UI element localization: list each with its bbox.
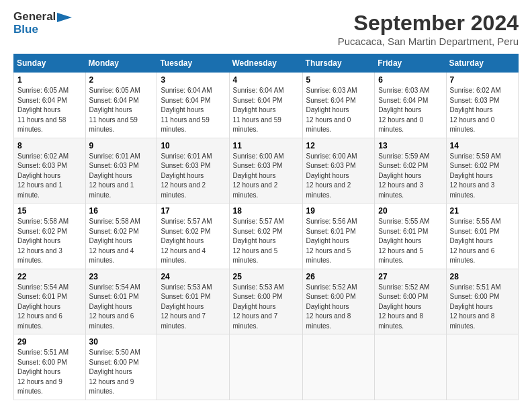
day-info: Sunrise: 5:59 AMSunset: 6:02 PMDaylight … [450, 152, 515, 201]
calendar-cell: 11Sunrise: 6:00 AMSunset: 6:03 PMDayligh… [229, 138, 302, 203]
calendar-week-row: 8Sunrise: 6:02 AMSunset: 6:03 PMDaylight… [14, 138, 519, 203]
day-info: Sunrise: 6:02 AMSunset: 6:03 PMDaylight … [17, 152, 82, 201]
calendar-cell: 19Sunrise: 5:56 AMSunset: 6:01 PMDayligh… [302, 203, 375, 269]
calendar-header-row: SundayMondayTuesdayWednesdayThursdayFrid… [14, 54, 519, 73]
calendar-cell: 9Sunrise: 6:01 AMSunset: 6:03 PMDaylight… [85, 138, 157, 203]
calendar-day-header: Saturday [446, 54, 518, 73]
month-title: September 2024 [338, 11, 519, 36]
day-info: Sunrise: 5:55 AMSunset: 6:01 PMDaylight … [450, 217, 515, 266]
day-number: 17 [161, 206, 225, 216]
day-info: Sunrise: 6:00 AMSunset: 6:03 PMDaylight … [306, 152, 371, 201]
calendar-cell: 1Sunrise: 6:05 AMSunset: 6:04 PMDaylight… [14, 73, 86, 138]
day-number: 24 [161, 272, 225, 281]
calendar-day-header: Friday [375, 54, 446, 73]
calendar-cell: 15Sunrise: 5:58 AMSunset: 6:02 PMDayligh… [14, 203, 86, 269]
calendar-cell: 25Sunrise: 5:53 AMSunset: 6:00 PMDayligh… [229, 269, 302, 334]
day-info: Sunrise: 6:03 AMSunset: 6:04 PMDaylight … [378, 86, 442, 135]
calendar-cell: 2Sunrise: 6:05 AMSunset: 6:04 PMDaylight… [85, 73, 157, 138]
day-info: Sunrise: 5:58 AMSunset: 6:02 PMDaylight … [17, 217, 82, 266]
day-info: Sunrise: 5:52 AMSunset: 6:00 PMDaylight … [378, 283, 442, 332]
calendar-cell: 6Sunrise: 6:03 AMSunset: 6:04 PMDaylight… [375, 73, 446, 138]
calendar-cell: 22Sunrise: 5:54 AMSunset: 6:01 PMDayligh… [14, 269, 86, 334]
calendar-body: 1Sunrise: 6:05 AMSunset: 6:04 PMDaylight… [14, 73, 519, 400]
calendar-cell: 8Sunrise: 6:02 AMSunset: 6:03 PMDaylight… [14, 138, 86, 203]
day-info: Sunrise: 6:00 AMSunset: 6:03 PMDaylight … [233, 152, 299, 201]
day-info: Sunrise: 5:54 AMSunset: 6:01 PMDaylight … [17, 283, 82, 332]
calendar-cell [157, 334, 229, 400]
day-info: Sunrise: 5:57 AMSunset: 6:02 PMDaylight … [161, 217, 225, 266]
calendar-cell: 13Sunrise: 5:59 AMSunset: 6:02 PMDayligh… [375, 138, 446, 203]
calendar-cell [375, 334, 446, 400]
day-info: Sunrise: 5:53 AMSunset: 6:00 PMDaylight … [233, 283, 299, 332]
calendar-cell: 30Sunrise: 5:50 AMSunset: 6:00 PMDayligh… [85, 334, 157, 400]
day-number: 22 [17, 272, 82, 281]
day-info: Sunrise: 5:59 AMSunset: 6:02 PMDaylight … [378, 152, 442, 201]
calendar-cell [446, 334, 518, 400]
calendar-day-header: Wednesday [229, 54, 302, 73]
calendar-cell: 29Sunrise: 5:51 AMSunset: 6:00 PMDayligh… [14, 334, 86, 400]
svg-marker-0 [57, 13, 72, 22]
day-number: 3 [161, 75, 225, 85]
calendar-cell: 10Sunrise: 6:01 AMSunset: 6:03 PMDayligh… [157, 138, 229, 203]
day-number: 6 [378, 75, 442, 85]
calendar-cell: 24Sunrise: 5:53 AMSunset: 6:01 PMDayligh… [157, 269, 229, 334]
calendar-cell: 18Sunrise: 5:57 AMSunset: 6:02 PMDayligh… [229, 203, 302, 269]
logo: General Blue [13, 11, 72, 36]
day-number: 18 [233, 206, 299, 216]
title-section: September 2024 Pucacaca, San Martin Depa… [338, 11, 519, 47]
calendar-day-header: Thursday [302, 54, 375, 73]
calendar-cell: 14Sunrise: 5:59 AMSunset: 6:02 PMDayligh… [446, 138, 518, 203]
day-number: 1 [17, 75, 82, 85]
calendar-week-row: 29Sunrise: 5:51 AMSunset: 6:00 PMDayligh… [14, 334, 519, 400]
calendar-day-header: Tuesday [157, 54, 229, 73]
day-number: 8 [17, 141, 82, 150]
day-info: Sunrise: 6:05 AMSunset: 6:04 PMDaylight … [17, 86, 82, 135]
day-info: Sunrise: 5:51 AMSunset: 6:00 PMDaylight … [17, 348, 82, 397]
calendar-cell: 20Sunrise: 5:55 AMSunset: 6:01 PMDayligh… [375, 203, 446, 269]
day-info: Sunrise: 5:54 AMSunset: 6:01 PMDaylight … [89, 283, 154, 332]
day-number: 27 [378, 272, 442, 281]
day-number: 14 [450, 141, 515, 150]
logo-line2: Blue [13, 24, 72, 36]
day-number: 11 [233, 141, 299, 150]
calendar-cell: 28Sunrise: 5:51 AMSunset: 6:00 PMDayligh… [446, 269, 518, 334]
calendar-day-header: Monday [85, 54, 157, 73]
day-number: 7 [450, 75, 515, 85]
calendar-cell: 27Sunrise: 5:52 AMSunset: 6:00 PMDayligh… [375, 269, 446, 334]
calendar-table: SundayMondayTuesdayWednesdayThursdayFrid… [13, 54, 519, 400]
day-number: 2 [89, 75, 154, 85]
page-header: General Blue September 2024 Pucacaca, Sa… [13, 11, 519, 47]
day-number: 9 [89, 141, 154, 150]
day-number: 26 [306, 272, 371, 281]
calendar-week-row: 15Sunrise: 5:58 AMSunset: 6:02 PMDayligh… [14, 203, 519, 269]
calendar-day-header: Sunday [14, 54, 86, 73]
day-info: Sunrise: 5:50 AMSunset: 6:00 PMDaylight … [89, 348, 154, 397]
day-info: Sunrise: 5:55 AMSunset: 6:01 PMDaylight … [378, 217, 442, 266]
calendar-cell: 21Sunrise: 5:55 AMSunset: 6:01 PMDayligh… [446, 203, 518, 269]
calendar-cell: 17Sunrise: 5:57 AMSunset: 6:02 PMDayligh… [157, 203, 229, 269]
day-number: 10 [161, 141, 225, 150]
day-info: Sunrise: 6:02 AMSunset: 6:03 PMDaylight … [450, 86, 515, 135]
day-number: 16 [89, 206, 154, 216]
day-number: 19 [306, 206, 371, 216]
day-number: 23 [89, 272, 154, 281]
day-number: 4 [233, 75, 299, 85]
calendar-week-row: 1Sunrise: 6:05 AMSunset: 6:04 PMDaylight… [14, 73, 519, 138]
calendar-cell: 16Sunrise: 5:58 AMSunset: 6:02 PMDayligh… [85, 203, 157, 269]
day-number: 20 [378, 206, 442, 216]
day-info: Sunrise: 5:53 AMSunset: 6:01 PMDaylight … [161, 283, 225, 332]
day-info: Sunrise: 5:52 AMSunset: 6:00 PMDaylight … [306, 283, 371, 332]
calendar-cell: 23Sunrise: 5:54 AMSunset: 6:01 PMDayligh… [85, 269, 157, 334]
day-info: Sunrise: 6:04 AMSunset: 6:04 PMDaylight … [233, 86, 299, 135]
calendar-cell: 7Sunrise: 6:02 AMSunset: 6:03 PMDaylight… [446, 73, 518, 138]
logo-line1: General [13, 11, 72, 24]
day-number: 28 [450, 272, 515, 281]
day-number: 13 [378, 141, 442, 150]
day-info: Sunrise: 5:58 AMSunset: 6:02 PMDaylight … [89, 217, 154, 266]
day-number: 25 [233, 272, 299, 281]
day-number: 5 [306, 75, 371, 85]
day-number: 29 [17, 337, 82, 347]
calendar-cell: 4Sunrise: 6:04 AMSunset: 6:04 PMDaylight… [229, 73, 302, 138]
day-info: Sunrise: 6:01 AMSunset: 6:03 PMDaylight … [161, 152, 225, 201]
day-number: 30 [89, 337, 154, 347]
